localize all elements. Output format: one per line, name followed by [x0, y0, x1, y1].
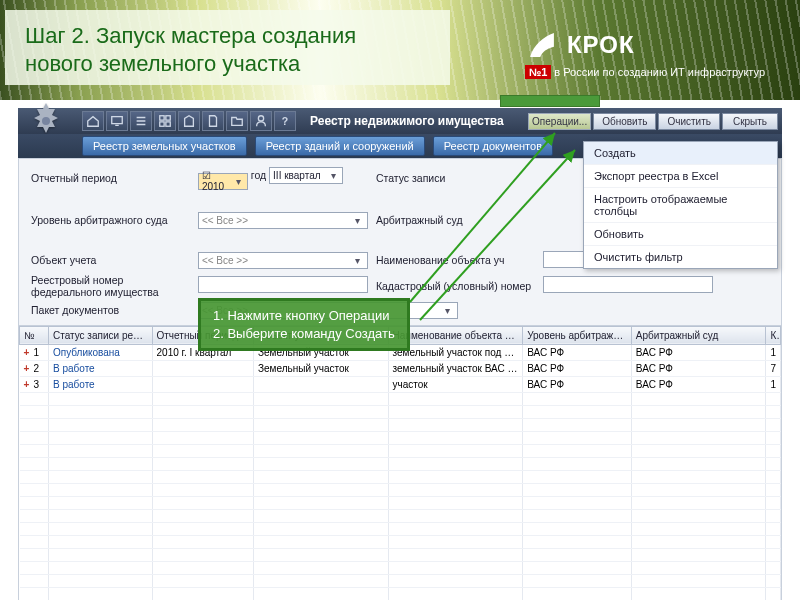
table-row — [20, 457, 781, 470]
label-cad-number: Кадастровый (условный) номер — [372, 272, 540, 300]
label-package: Пакет документов — [27, 300, 194, 321]
col-header[interactable]: Статус записи реестра — [48, 326, 152, 344]
tool-monitor-icon[interactable] — [106, 111, 128, 131]
label-reg-number: Реестровый номер федерального имущества — [27, 272, 194, 300]
label-obj-name: Наименование объекта уч — [372, 249, 540, 272]
tool-folder-icon[interactable] — [226, 111, 248, 131]
col-header[interactable]: Уровень арбитражного... — [523, 326, 632, 344]
label-status: Статус записи — [372, 165, 540, 192]
decorative-tile — [500, 95, 600, 107]
tool-grid-icon[interactable] — [154, 111, 176, 131]
table-row[interactable]: +3В работеучастокВАС РФВАС РФ1 — [20, 376, 781, 392]
svg-text:?: ? — [282, 115, 288, 127]
table-row — [20, 431, 781, 444]
menu-clear-filter[interactable]: Очистить фильтр — [584, 246, 777, 268]
slide-title: Шаг 2. Запуск мастера создания нового зе… — [25, 22, 430, 77]
krok-icon — [525, 28, 559, 62]
quarter-select[interactable]: III квартал▾ — [269, 167, 343, 184]
brand-text: КРОК — [567, 31, 635, 59]
svg-rect-3 — [166, 116, 170, 120]
table-row — [20, 587, 781, 600]
tab-buildings[interactable]: Реестр зданий и сооружений — [255, 136, 425, 156]
slide-banner: Шаг 2. Запуск мастера создания нового зе… — [0, 0, 800, 100]
tab-documents[interactable]: Реестр документов — [433, 136, 553, 156]
object-select[interactable]: << Все >>▾ — [198, 252, 368, 269]
table-row — [20, 483, 781, 496]
menu-create[interactable]: Создать — [584, 142, 777, 165]
year-select[interactable]: ☑ 2010▾ — [198, 173, 248, 190]
label-period: Отчетный период — [27, 165, 194, 192]
app-toolbar: ? Реестр недвижимого имущества Операции.… — [18, 108, 782, 134]
table-row — [20, 522, 781, 535]
col-header[interactable]: № — [20, 326, 49, 344]
cad-number-input[interactable] — [543, 276, 713, 293]
menu-export-excel[interactable]: Экспорт реестра в Excel — [584, 165, 777, 188]
table-row — [20, 418, 781, 431]
reg-number-input[interactable] — [198, 276, 368, 293]
operations-menu: Создать Экспорт реестра в Excel Настроит… — [583, 141, 778, 269]
menu-refresh[interactable]: Обновить — [584, 223, 777, 246]
table-row[interactable]: +2В работеЗемельный участокземельный уча… — [20, 360, 781, 376]
hide-button[interactable]: Скрыть — [722, 113, 778, 130]
table-row — [20, 574, 781, 587]
table-row — [20, 444, 781, 457]
brand-tagline: №1 в России по созданию ИТ инфраструктур — [525, 66, 765, 78]
svg-rect-2 — [160, 116, 164, 120]
label-object: Объект учета — [27, 249, 194, 272]
label-court: Арбитражный суд — [372, 192, 540, 249]
table-row — [20, 509, 781, 522]
callout-line2: 2. Выберите команду Создать — [213, 325, 395, 343]
tool-home-icon[interactable] — [82, 111, 104, 131]
tool-building-icon[interactable] — [178, 111, 200, 131]
tab-land[interactable]: Реестр земельных участков — [82, 136, 247, 156]
table-row — [20, 561, 781, 574]
slide-title-box: Шаг 2. Запуск мастера создания нового зе… — [5, 10, 450, 85]
table-row — [20, 470, 781, 483]
label-court-level: Уровень арбитражного суда — [27, 192, 194, 249]
col-header[interactable]: К — [766, 326, 781, 344]
court-level-select[interactable]: << Все >>▾ — [198, 212, 368, 229]
svg-point-6 — [258, 116, 263, 121]
brand-logo: КРОК №1 в России по созданию ИТ инфрастр… — [525, 28, 765, 78]
svg-rect-1 — [112, 117, 123, 124]
table-row — [20, 496, 781, 509]
table-row — [20, 392, 781, 405]
table-row — [20, 535, 781, 548]
svg-rect-5 — [166, 122, 170, 126]
refresh-button[interactable]: Обновить — [593, 113, 656, 130]
data-grid: №Статус записи реестраОтчетный периодОбъ… — [18, 326, 782, 601]
tool-doc-icon[interactable] — [202, 111, 224, 131]
svg-rect-4 — [160, 122, 164, 126]
operations-button[interactable]: Операции... — [528, 113, 591, 130]
clear-button[interactable]: Очистить — [658, 113, 720, 130]
tool-list-icon[interactable] — [130, 111, 152, 131]
table-row — [20, 405, 781, 418]
svg-point-0 — [42, 117, 50, 125]
instruction-callout: 1. Нажмите кнопку Операции 2. Выберите к… — [198, 298, 410, 351]
tool-help-icon[interactable]: ? — [274, 111, 296, 131]
menu-configure-columns[interactable]: Настроить отображаемые столбцы — [584, 188, 777, 223]
toolbar-title: Реестр недвижимого имущества — [310, 114, 504, 128]
col-header[interactable]: Арбитражный суд — [631, 326, 766, 344]
table-row — [20, 548, 781, 561]
callout-line1: 1. Нажмите кнопку Операции — [213, 307, 395, 325]
tool-user-icon[interactable] — [250, 111, 272, 131]
